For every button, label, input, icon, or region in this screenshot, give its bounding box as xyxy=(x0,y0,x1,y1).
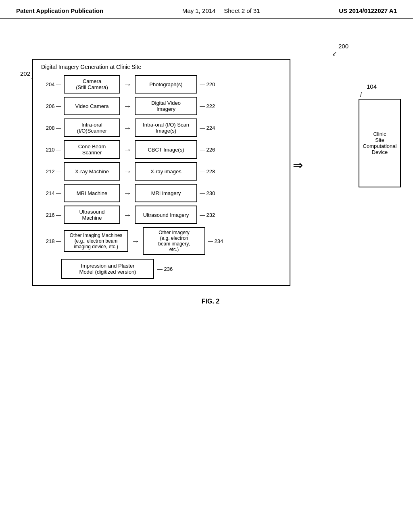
outer-box: Digital Imagery Generation at Clinic Sit… xyxy=(32,59,290,286)
comp-device-area: 104 / ClinicSiteComputationalDevice xyxy=(359,83,401,187)
bottom-row: Impression and PlasterModel (digitized v… xyxy=(61,259,284,279)
output-box-220: Photograph(s) xyxy=(135,75,197,94)
table-row: 208 — Intra-oral(I/O)Scanner → Intra-ora… xyxy=(39,118,284,137)
table-row: 210 — Cone BeamScanner → CBCT Image(s) —… xyxy=(39,140,284,159)
bottom-id-236: — 236 xyxy=(157,266,173,272)
row-id-218: 218 — xyxy=(39,238,61,244)
row-id-212: 212 — xyxy=(39,168,61,175)
page-header: Patent Application Publication May 1, 20… xyxy=(0,0,413,19)
output-box-228: X-ray images xyxy=(135,162,197,181)
row-id-206: 206 — xyxy=(39,103,61,109)
label-200: 200 xyxy=(338,43,348,50)
table-row: 218 — Other Imaging Machines(e.g., elect… xyxy=(39,227,284,255)
output-box-222: Digital VideoImagery xyxy=(135,97,197,115)
row-id-208: 208 — xyxy=(39,125,61,131)
outer-box-title: Digital Imagery Generation at Clinic Sit… xyxy=(41,64,284,70)
arrow-208: → xyxy=(123,123,131,133)
arrow-200-down: ↙ xyxy=(332,50,337,57)
label-202: 202 xyxy=(20,70,30,77)
arrow-210: → xyxy=(123,145,131,154)
table-row: 216 — UltrasoundMachine → Ultrasound Ima… xyxy=(39,206,284,224)
table-row: 204 — Camera(Still Camera) → Photograph(… xyxy=(39,75,284,94)
comp-device-id: 104 xyxy=(367,83,401,90)
arrow-206: → xyxy=(123,102,131,111)
output-id-222: — 222 xyxy=(200,103,219,109)
arrow-212: → xyxy=(123,167,131,176)
output-id-228: — 228 xyxy=(200,168,219,175)
output-id-232: — 232 xyxy=(200,212,219,218)
header-right: US 2014/0122027 A1 xyxy=(339,7,397,14)
bottom-box-236: Impression and PlasterModel (digitized v… xyxy=(61,259,154,279)
row-id-216: 216 — xyxy=(39,212,61,218)
header-date: May 1, 2014 xyxy=(182,7,216,14)
comp-device-slash: / xyxy=(360,91,401,98)
device-box-216: UltrasoundMachine xyxy=(64,206,120,224)
row-id-214: 214 — xyxy=(39,190,61,196)
device-box-204: Camera(Still Camera) xyxy=(64,75,120,94)
device-box-206: Video Camera xyxy=(64,97,120,115)
big-right-arrow: ⇒ xyxy=(293,75,303,255)
output-id-230: — 230 xyxy=(200,190,219,196)
main-content: 200 ↙ 202 \ Digital Imagery Generation a… xyxy=(0,19,413,313)
header-center: May 1, 2014 Sheet 2 of 31 xyxy=(182,7,260,14)
row-id-204: 204 — xyxy=(39,81,61,87)
output-id-226: — 226 xyxy=(200,147,219,153)
output-id-234: — 234 xyxy=(208,238,227,244)
table-row: 206 — Video Camera → Digital VideoImager… xyxy=(39,97,284,115)
output-box-232: Ultrasound Imagery xyxy=(135,206,197,224)
output-id-220: — 220 xyxy=(200,81,219,87)
arrow-204: → xyxy=(123,80,131,89)
device-box-218: Other Imaging Machines(e.g., electron be… xyxy=(64,230,128,252)
table-row: 214 — MRI Machine → MRI imagery — 230 xyxy=(39,184,284,202)
device-box-214: MRI Machine xyxy=(64,184,120,202)
comp-device-box: ClinicSiteComputationalDevice xyxy=(359,99,401,187)
arrow-216: → xyxy=(123,210,131,220)
device-box-210: Cone BeamScanner xyxy=(64,140,120,159)
output-box-234: Other Imagery(e.g. electronbeam imagery,… xyxy=(143,227,205,255)
table-row: 212 — X-ray Machine → X-ray images — 228 xyxy=(39,162,284,181)
diagram-wrapper: 200 ↙ 202 \ Digital Imagery Generation a… xyxy=(24,59,397,286)
output-box-226: CBCT Image(s) xyxy=(135,140,197,159)
header-sheet: Sheet 2 of 31 xyxy=(224,7,260,14)
device-box-212: X-ray Machine xyxy=(64,162,120,181)
output-box-224: Intra-oral (I/O) ScanImage(s) xyxy=(135,118,197,137)
row-id-210: 210 — xyxy=(39,147,61,153)
output-id-224: — 224 xyxy=(200,125,219,131)
header-left: Patent Application Publication xyxy=(16,7,103,14)
rows-container: 204 — Camera(Still Camera) → Photograph(… xyxy=(39,75,284,255)
arrow-214: → xyxy=(123,189,131,198)
output-box-230: MRI imagery xyxy=(135,184,197,202)
figure-caption: FIG. 2 xyxy=(24,298,397,305)
arrow-218: → xyxy=(131,237,140,246)
device-box-208: Intra-oral(I/O)Scanner xyxy=(64,118,120,137)
